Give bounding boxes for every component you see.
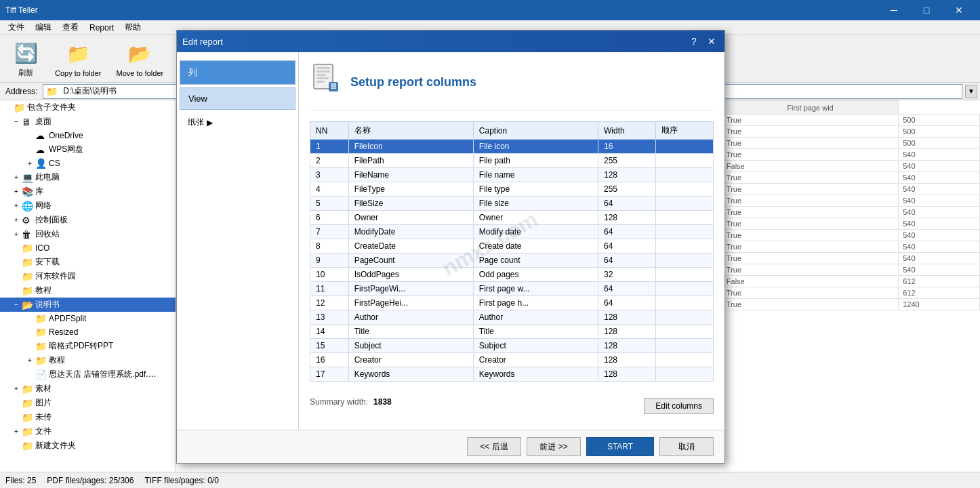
table-row[interactable]: 4FileTypeFile type255 <box>310 182 714 197</box>
table-row[interactable]: 6OwnerOwner128 <box>310 211 714 225</box>
summary-value: 1838 <box>373 397 392 407</box>
report-icon <box>310 63 342 102</box>
edit-columns-button[interactable]: Edit columns <box>644 398 714 414</box>
table-row[interactable]: 8CreateDateCreate date64 <box>310 239 714 253</box>
table-row[interactable]: 11FirstPageWi...First page w...64 <box>310 282 714 296</box>
svg-rect-3 <box>317 74 326 76</box>
col-width: Width <box>598 122 655 140</box>
table-row[interactable]: 16CreatorCreator128 <box>310 353 714 367</box>
svg-rect-1 <box>317 67 330 69</box>
table-row[interactable]: 14TitleTitle128 <box>310 325 714 339</box>
table-row[interactable]: 2FilePathFile path255 <box>310 154 714 168</box>
summary-row: Summary width: 1838 Edit columns <box>310 390 714 414</box>
table-row[interactable]: 9PageCountPage count64 <box>310 253 714 268</box>
table-row[interactable]: 10IsOddPagesOdd pages32 <box>310 268 714 282</box>
modal-footer: << 后退 前进 >> START 取消 <box>177 430 724 463</box>
modal-close-button[interactable]: ✕ <box>704 34 719 49</box>
svg-rect-2 <box>317 70 330 73</box>
modal-title-bar: Edit report ? ✕ <box>177 30 724 52</box>
table-row[interactable]: 3FileNameFile name128 <box>310 168 714 182</box>
nav-page-arrow: ▶ <box>207 118 213 127</box>
svg-rect-4 <box>317 77 329 79</box>
nav-page-label: 纸张 <box>188 117 204 128</box>
table-row[interactable]: 1FileIconFile icon16 <box>310 140 714 154</box>
col-caption: Caption <box>473 122 598 140</box>
back-button[interactable]: << 后退 <box>467 437 521 456</box>
table-row[interactable]: 13AuthorAuthor128 <box>310 310 714 325</box>
svg-rect-5 <box>317 81 325 83</box>
table-row[interactable]: 12FirstPageHei...First page h...64 <box>310 296 714 310</box>
next-button[interactable]: 前进 >> <box>527 437 581 456</box>
nav-view[interactable]: View <box>180 87 295 110</box>
modal-overlay: nmxz.com Edit report ? ✕ 列 View 纸张 ▶ <box>0 0 980 488</box>
col-name: 名称 <box>348 122 473 140</box>
modal-help-button[interactable]: ? <box>687 34 701 49</box>
table-row[interactable]: 7ModifyDateModify date64 <box>310 225 714 239</box>
summary-label: Summary width: <box>310 397 368 407</box>
modal-right-content: Setup report columns NN 名称 Caption Width… <box>299 52 724 430</box>
cancel-button[interactable]: 取消 <box>659 437 714 456</box>
nav-columns[interactable]: 列 <box>180 60 295 85</box>
col-order: 顺序 <box>655 122 713 140</box>
columns-table: NN 名称 Caption Width 顺序 1FileIconFile ico… <box>310 121 714 382</box>
svg-rect-6 <box>329 82 338 92</box>
table-row[interactable]: 15SubjectSubject128 <box>310 339 714 353</box>
modal-body: 列 View 纸张 ▶ <box>177 52 724 430</box>
col-nn: NN <box>310 122 349 140</box>
table-row[interactable]: 17KeywordsKeywords128 <box>310 367 714 382</box>
modal-nav: 列 View 纸张 ▶ <box>177 52 299 430</box>
modal-content-header: Setup report columns <box>310 63 714 110</box>
start-button[interactable]: START <box>586 437 654 456</box>
modal-title: Edit report <box>182 37 687 47</box>
modal-content-title: Setup report columns <box>350 75 476 89</box>
modal-title-buttons: ? ✕ <box>687 34 719 49</box>
edit-report-modal: Edit report ? ✕ 列 View 纸张 ▶ <box>176 30 725 464</box>
nav-page[interactable]: 纸张 ▶ <box>177 113 298 132</box>
table-row[interactable]: 5FileSizeFile size64 <box>310 197 714 211</box>
